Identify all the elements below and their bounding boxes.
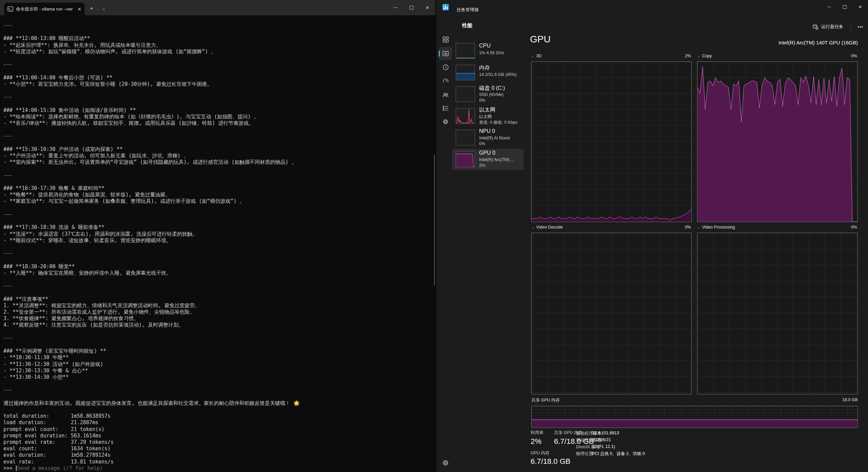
processes-icon [442,36,449,43]
chart-header-video-decode: ⌄Video Decode 0% [531,225,692,232]
startup-gauge-icon [442,78,449,84]
cpu-stats: 1% 4.55 GHz [479,51,504,55]
chart-value-copy: 0% [851,54,857,58]
gpu-label: GPU 0 [479,150,495,156]
directx-version-value: 12 (FL 12.1) [592,444,615,449]
sidebar-item-services[interactable] [439,115,452,128]
gpu-device-name: Intel(R) Arc(TM) 140T GPU (16GB) [778,40,858,45]
chevron-down-icon[interactable]: ⌄ [697,225,700,229]
settings-gear-icon [442,459,449,467]
terminal-cursor [16,466,17,471]
chart-label-video-processing: Video Processing [702,225,735,230]
services-gear-icon [442,118,449,125]
gpu-memory-label: GPU 内存 [531,450,550,456]
driver-version-value: 32.0.101.6913 [592,431,619,435]
terminal-output: --- ### **12:00-13:00 睡醒后活动** - **起床后护理*… [3,15,433,465]
chart-header-video-processing: ⌄Video Processing 0% [697,225,858,232]
shared-memory-bar [531,406,858,428]
shared-memory-header: 共享 GPU 内存 18.0 GB [531,397,858,404]
ethernet-throughput: 发送: 0 接收: 0 Kbps [479,120,517,125]
ethernet-mini-chart [456,108,475,124]
physical-location-value: PCI 总线 0、设备 2、功能 0 [592,451,645,457]
disk-type: SSD (NVMe) [479,92,504,97]
utilization-label: 利用率 [531,430,544,436]
gpu-detail-panel: GPU Intel(R) Arc(TM) 140T GPU (16GB) ⌄3D… [529,0,868,472]
tab-bar-divider [97,5,98,11]
gpu-device-short: Intel(R) Arc(TM) ... [479,157,514,162]
utilization-value: 2% [531,437,541,446]
performance-icon [442,50,449,57]
gpu-memory-value: 6.7/18.0 GB [531,457,570,466]
sidebar-item-app-history[interactable] [439,61,452,74]
chart-label-copy: Copy [702,54,712,58]
sidebar-item-processes[interactable] [439,33,452,46]
shared-memory-max: 18.0 GB [842,397,858,402]
driver-date-value: 2025/6/21 [592,437,611,442]
list-item-npu[interactable]: NPU 0 Intel(R) AI Boost 0% [452,127,524,148]
cpu-mini-chart [456,43,475,59]
chart-label-video-decode: Video Decode [536,225,563,230]
terminal-prompt-line[interactable]: >>> Send a message (/? for help) [3,465,433,472]
list-item-memory[interactable]: 内存 14.2/31.6 GB (45%) [452,62,524,83]
terminal-scrollbar[interactable] [434,154,435,286]
gpu-usage: 2% [479,163,485,168]
terminal-close-button[interactable]: ✕ [419,0,435,15]
chart-label-3d: 3D [536,54,541,58]
chart-value-video-decode: 0% [685,225,691,230]
chart-3d [531,61,692,222]
performance-list: CPU 1% 4.55 GHz 内存 14.2/31.6 GB (45%) 磁盘… [452,19,525,472]
task-manager-app-icon [442,4,449,11]
sidebar-item-startup-apps[interactable] [439,74,452,87]
cpu-label: CPU [479,43,491,49]
task-manager-window: 任务管理器 ✕ 性能 运行新任务 ••• [436,0,868,472]
details-list-icon [442,105,449,112]
memory-stats: 14.2/31.6 GB (45%) [479,72,516,77]
tab-close-icon[interactable]: ✕ [77,6,81,12]
settings-button[interactable] [442,459,450,467]
cmd-icon [7,6,13,12]
gpu-mini-chart [456,152,475,167]
sidebar-item-performance[interactable] [439,47,452,60]
ethernet-label: 以太网 [479,106,495,114]
terminal-active-tab[interactable]: 命令提示符 - ollama run --ver ✕ [4,3,85,15]
prompt-placeholder: Send a message (/? for help) [17,465,103,472]
chart-video-decode [531,233,692,394]
sidebar-item-users[interactable] [439,88,452,101]
chart-header-copy: ⌄Copy 0% [697,54,858,60]
terminal-maximize-button[interactable] [403,0,419,15]
prompt-chevrons: >>> [3,465,16,472]
chevron-down-icon[interactable]: ⌄ [531,54,534,58]
chart-header-3d: ⌄3D 2% [531,54,692,60]
list-item-ethernet[interactable]: 以太网 以太网 发送: 0 接收: 0 Kbps [452,105,524,126]
disk-mini-chart [456,86,475,102]
chart-value-video-processing: 0% [851,225,857,230]
disk-usage: 0% [479,98,485,103]
terminal-minimize-button[interactable] [388,0,403,15]
chart-video-processing [697,233,858,394]
npu-device: Intel(R) AI Boost [479,136,510,140]
memory-label: 内存 [479,64,490,72]
memory-mini-chart [456,65,475,80]
gpu-panel-title: GPU [530,34,551,45]
history-clock-icon [442,64,449,71]
list-item-cpu[interactable]: CPU 1% 4.55 GHz [452,40,524,61]
npu-usage: 0% [479,141,485,146]
new-tab-button[interactable]: + [87,4,96,13]
npu-label: NPU 0 [479,128,495,134]
terminal-window: 命令提示符 - ollama run --ver ✕ + ⌄ ✕ --- ###… [0,0,435,472]
disk-label: 磁盘 0 (C:) [479,85,505,92]
tab-dropdown-icon[interactable]: ⌄ [99,4,108,13]
terminal-output-area[interactable]: --- ### **12:00-13:00 睡醒后活动** - **起床后护理*… [3,15,433,472]
terminal-tab-bar: 命令提示符 - ollama run --ver ✕ + ⌄ ✕ [0,0,435,15]
chevron-down-icon[interactable]: ⌄ [697,54,700,58]
chart-value-3d: 2% [685,54,691,58]
shared-memory-label: 共享 GPU 内存 [531,398,560,402]
list-item-disk[interactable]: 磁盘 0 (C:) SSD (NVMe) 0% [452,84,524,105]
sidebar-item-details[interactable] [439,102,452,115]
selected-indicator [439,51,440,57]
ethernet-name: 以太网 [479,114,492,120]
npu-mini-chart [456,130,475,145]
list-item-gpu[interactable]: GPU 0 Intel(R) Arc(TM) ... 2% [452,149,524,170]
chart-copy [697,61,858,222]
chevron-down-icon[interactable]: ⌄ [531,225,534,229]
